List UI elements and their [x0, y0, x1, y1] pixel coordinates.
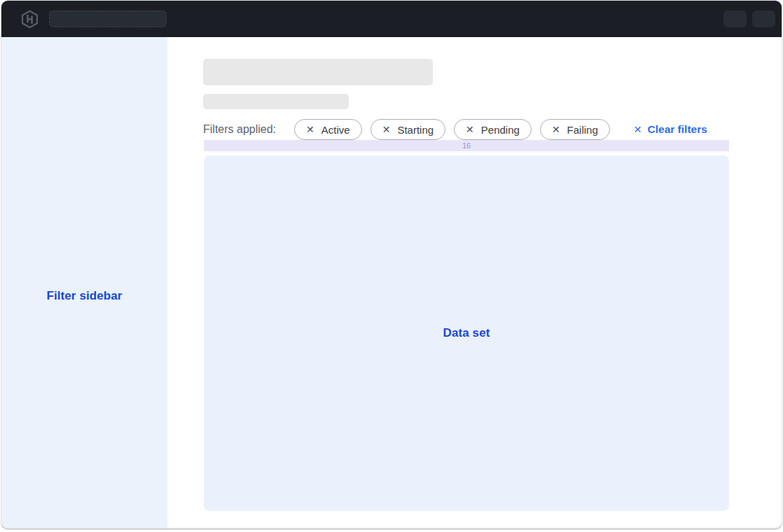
filters-applied-label: Filters applied: — [203, 123, 276, 136]
filter-chip-failing[interactable]: ✕ Failing — [540, 119, 610, 140]
page-subtitle-placeholder — [203, 94, 349, 109]
filter-chip-pending[interactable]: ✕ Pending — [454, 119, 532, 140]
dataset-count-strip: 16 — [204, 140, 729, 151]
navbar-button-placeholder-2[interactable] — [752, 10, 775, 27]
dataset-region: Data set — [204, 155, 729, 511]
hashicorp-logo-icon — [20, 10, 39, 29]
filter-chip-label: Starting — [397, 124, 434, 136]
dataset-label: Data set — [443, 326, 490, 340]
clear-filters-label: Clear filters — [648, 123, 707, 136]
filter-chip-label: Failing — [567, 124, 598, 136]
navbar-button-placeholder-1[interactable] — [723, 10, 747, 27]
dataset-count: 16 — [462, 141, 471, 150]
app-window: Filter sidebar Filters applied: ✕ Active… — [1, 0, 782, 528]
filters-applied-row: Filters applied: ✕ Active ✕ Starting ✕ P… — [203, 119, 729, 140]
filter-sidebar-label: Filter sidebar — [1, 289, 167, 303]
remove-filter-icon[interactable]: ✕ — [306, 125, 314, 134]
remove-filter-icon[interactable]: ✕ — [466, 125, 474, 134]
filter-chip-active[interactable]: ✕ Active — [294, 119, 362, 140]
page-title-placeholder — [203, 59, 433, 85]
navbar-search-placeholder[interactable] — [49, 10, 167, 27]
filter-chip-starting[interactable]: ✕ Starting — [370, 119, 445, 140]
filter-sidebar: Filter sidebar — [1, 37, 167, 528]
remove-filter-icon[interactable]: ✕ — [382, 125, 391, 134]
remove-filter-icon[interactable]: ✕ — [552, 125, 560, 134]
clear-filters-icon: ✕ — [634, 125, 642, 134]
top-navbar — [1, 1, 782, 37]
filter-chip-label: Pending — [481, 124, 520, 136]
clear-filters-link[interactable]: ✕ Clear filters — [634, 123, 707, 136]
filter-chip-label: Active — [321, 124, 350, 136]
